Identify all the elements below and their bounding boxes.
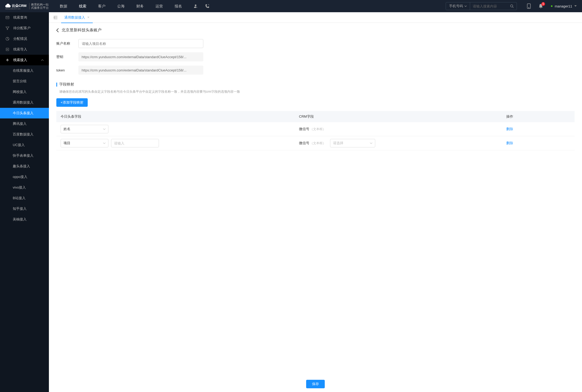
sidebar-item-distribution[interactable]: 分配情况: [0, 33, 49, 44]
svg-point-2: [195, 5, 196, 6]
page-title: 北京昱新科技头条账户: [62, 28, 102, 33]
top-nav: 数据 线索 客户 公海 财务 运营 报名: [59, 0, 183, 12]
sidebar-sub-toutiao[interactable]: 今日头条接入: [0, 108, 49, 118]
sidebar-sub-bilibili[interactable]: B站接入: [0, 193, 49, 203]
section-description: 请确保您在此填写的头条自定义字段名称与在今日头条平台中自定义的字段名称一致，并且…: [56, 90, 575, 94]
user-menu[interactable]: manager11: [551, 4, 577, 8]
crm-field-select[interactable]: 请选择: [330, 139, 375, 147]
section-title: 字段映射: [59, 82, 74, 87]
chevron-down-icon: [370, 143, 372, 144]
search-icon: [510, 4, 514, 8]
sidebar-item-import[interactable]: 线索导入: [0, 44, 49, 55]
sidebar-item-clue-query[interactable]: 线索查询: [0, 12, 49, 23]
sidebar-sub-vivo[interactable]: vivo接入: [0, 182, 49, 193]
sidebar-sub-baidu[interactable]: 百度数据接入: [0, 129, 49, 140]
nav-item-customers[interactable]: 客户: [97, 0, 107, 12]
nav-item-clues[interactable]: 线索: [78, 0, 87, 12]
add-mapping-button[interactable]: +添加字段映射: [56, 98, 88, 107]
sidebar-sub-kuaishou[interactable]: 快手表单接入: [0, 150, 49, 161]
svg-point-10: [7, 59, 8, 60]
sidebar-item-access[interactable]: 线索接入: [0, 55, 49, 65]
account-name-input[interactable]: [78, 39, 203, 48]
sidebar-sub-generic[interactable]: 通用数据接入: [0, 97, 49, 108]
chevron-up-icon: [41, 59, 44, 61]
close-icon[interactable]: ✕: [87, 16, 90, 19]
table-row: 姓名 微信号 （文本框） 删除: [56, 122, 575, 136]
phone-icon[interactable]: [205, 4, 210, 8]
account-label: 账户名称: [56, 41, 74, 46]
back-button[interactable]: [56, 28, 59, 32]
secret-label: 密钥: [56, 54, 74, 59]
pie-icon: [5, 37, 10, 41]
token-label: token: [56, 68, 74, 72]
svg-text:云朵CRM: 云朵CRM: [12, 4, 27, 8]
sidebar-item-pending[interactable]: 待分配客户: [0, 23, 49, 33]
sidebar: 线索查询 待分配客户 分配情况 线索导入 线索接入 在线客服接入 留言分组 网校…: [0, 12, 49, 392]
user-name-label: manager11: [555, 4, 572, 8]
import-icon: [5, 48, 10, 51]
table-row: 项目 微信号 （文本框）: [56, 136, 575, 150]
menu-fold-icon: [54, 16, 57, 19]
sidebar-sub-zhihu[interactable]: 知乎接入: [0, 203, 49, 214]
sidebar-sub-school[interactable]: 网校接入: [0, 87, 49, 97]
col-crm: CRM字段: [295, 111, 502, 122]
sidebar-sub-message-group[interactable]: 留言分组: [0, 76, 49, 87]
header-search: 手机号码: [446, 2, 517, 10]
chevron-down-icon: [574, 5, 577, 7]
source-field-input[interactable]: [111, 139, 159, 147]
tab-generic-access[interactable]: 通用数据接入 ✕: [61, 12, 93, 23]
delete-row-button[interactable]: 删除: [506, 127, 513, 131]
save-button[interactable]: 保存: [306, 380, 325, 388]
filter-icon: [5, 26, 10, 30]
collapse-tabs-button[interactable]: [52, 16, 59, 19]
chevron-left-icon: [56, 28, 59, 32]
sidebar-sub-qutoutiao[interactable]: 趣头条接入: [0, 161, 49, 172]
crm-field-label: 微信号 （文本框）: [299, 141, 326, 146]
logo-subtitle: 教育机构一站式服务云平台: [29, 3, 49, 9]
search-button[interactable]: [507, 4, 517, 8]
nav-item-finance[interactable]: 财务: [135, 0, 145, 12]
source-field-select[interactable]: 项目: [61, 139, 108, 147]
logo: 云朵CRMwww.yunduocrm.com 教育机构一站式服务云平台: [5, 3, 49, 10]
chevron-down-icon: [103, 129, 106, 130]
nav-item-enroll[interactable]: 报名: [174, 0, 183, 12]
svg-rect-7: [6, 16, 9, 19]
search-type-select[interactable]: 手机号码: [446, 2, 470, 10]
sidebar-sub-tencent[interactable]: 腾讯接入: [0, 118, 49, 129]
nav-item-ops[interactable]: 运营: [154, 0, 164, 12]
section-bar-icon: [56, 83, 57, 87]
list-icon: [5, 16, 10, 19]
status-dot-icon: [551, 5, 553, 7]
notification-badge: 5: [541, 2, 545, 6]
sidebar-sub-meiyou[interactable]: 美柚接入: [0, 214, 49, 225]
sidebar-sub-uc[interactable]: UC接入: [0, 140, 49, 150]
tabs-bar: 通用数据接入 ✕: [49, 12, 582, 23]
mobile-icon[interactable]: [527, 3, 531, 9]
nav-item-data[interactable]: 数据: [59, 0, 68, 12]
chevron-down-icon: [103, 143, 106, 144]
person-icon[interactable]: [193, 4, 198, 8]
source-field-select[interactable]: 姓名: [61, 125, 108, 133]
svg-point-4: [511, 5, 513, 7]
nav-item-pool[interactable]: 公海: [116, 0, 126, 12]
logo-icon: 云朵CRMwww.yunduocrm.com: [5, 3, 28, 10]
mapping-table: 今日头条字段 CRM字段 操作 姓名: [56, 111, 575, 150]
delete-row-button[interactable]: 删除: [506, 141, 513, 145]
chevron-down-icon: [465, 6, 467, 7]
sidebar-sub-online-service[interactable]: 在线客服接入: [0, 65, 49, 76]
svg-text:www.yunduocrm.com: www.yunduocrm.com: [5, 8, 20, 10]
crm-field-label: 微信号 （文本框）: [299, 127, 326, 131]
svg-point-6: [529, 7, 529, 8]
col-source: 今日头条字段: [56, 111, 295, 122]
notifications-button[interactable]: 5: [539, 4, 543, 8]
token-input[interactable]: [78, 66, 203, 75]
search-input[interactable]: [470, 4, 507, 8]
secret-input[interactable]: [78, 52, 203, 61]
col-action: 操作: [502, 111, 575, 122]
plug-icon: [5, 58, 10, 62]
sidebar-sub-oppo[interactable]: oppo接入: [0, 172, 49, 182]
